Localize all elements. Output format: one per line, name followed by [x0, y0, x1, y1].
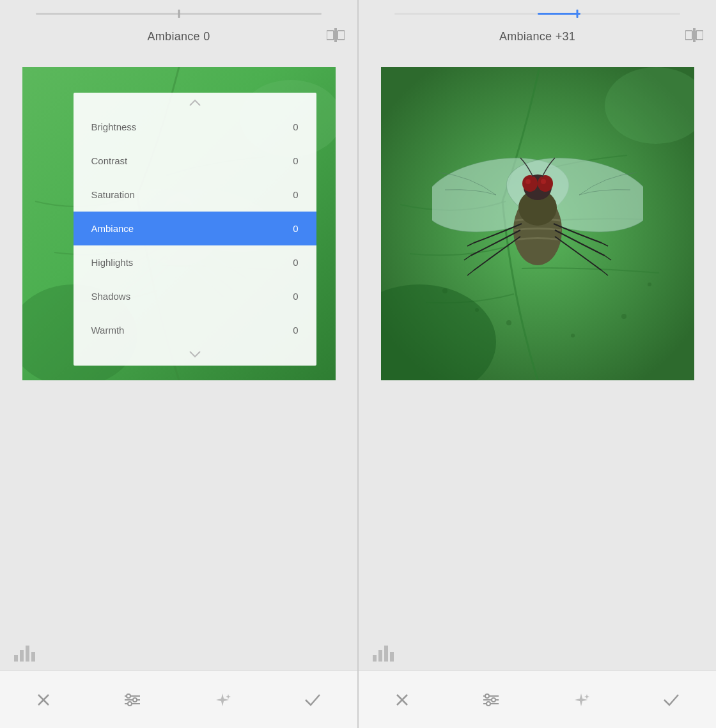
highlights-value: 0	[293, 257, 298, 268]
fly-image	[432, 118, 643, 329]
compare-icon-right[interactable]	[685, 28, 703, 46]
svg-rect-51	[373, 655, 377, 662]
svg-point-26	[127, 694, 130, 698]
confirm-button-right[interactable]	[662, 692, 680, 708]
svg-point-48	[538, 175, 553, 192]
ambiance-label: Ambiance	[91, 223, 134, 234]
svg-rect-29	[685, 31, 692, 40]
brightness-label: Brightness	[91, 121, 137, 132]
highlights-label: Highlights	[91, 257, 134, 268]
compare-icon-left[interactable]	[327, 28, 345, 46]
svg-point-39	[648, 283, 651, 286]
sliders-button-right[interactable]	[482, 692, 500, 708]
highlights-row[interactable]: Highlights 0	[74, 245, 316, 279]
contrast-label: Contrast	[91, 155, 128, 166]
right-panel: Ambiance +31	[359, 0, 716, 728]
svg-rect-18	[20, 650, 24, 662]
settings-overlay: Brightness 0 Contrast 0 Saturation 0 Amb…	[74, 93, 316, 366]
auto-button-right[interactable]	[572, 691, 590, 709]
brightness-row[interactable]: Brightness 0	[74, 110, 316, 144]
cancel-button-left[interactable]	[36, 692, 51, 708]
brightness-value: 0	[293, 121, 298, 132]
svg-rect-54	[390, 652, 394, 662]
svg-rect-20	[31, 652, 35, 662]
chevron-up[interactable]	[74, 93, 316, 110]
svg-point-37	[571, 334, 575, 337]
cancel-button-right[interactable]	[394, 692, 410, 708]
left-image-container: Brightness 0 Contrast 0 Saturation 0 Amb…	[22, 67, 336, 380]
top-slider-left[interactable]	[0, 0, 357, 19]
svg-rect-53	[384, 646, 388, 662]
histogram-icon-left	[13, 642, 38, 662]
svg-point-62	[486, 702, 490, 706]
right-image	[381, 67, 694, 380]
contrast-row[interactable]: Contrast 0	[74, 144, 316, 178]
saturation-value: 0	[293, 189, 298, 200]
sliders-button-left[interactable]	[123, 692, 141, 708]
svg-point-50	[541, 179, 546, 184]
warmth-row[interactable]: Warmth 0	[74, 313, 316, 347]
svg-point-47	[522, 175, 538, 192]
histogram-area-right	[371, 642, 397, 664]
chevron-down[interactable]	[74, 347, 316, 366]
right-image-container	[381, 67, 694, 380]
right-panel-title: Ambiance +31	[499, 30, 575, 43]
top-slider-right[interactable]	[359, 0, 716, 19]
right-panel-header: Ambiance +31	[359, 19, 716, 54]
confirm-button-left[interactable]	[304, 692, 322, 708]
svg-point-61	[492, 698, 495, 702]
svg-rect-30	[696, 31, 703, 40]
warmth-value: 0	[293, 325, 298, 336]
svg-point-28	[128, 702, 132, 706]
shadows-value: 0	[293, 291, 298, 302]
svg-rect-52	[378, 650, 382, 662]
svg-rect-1	[338, 31, 345, 40]
auto-button-left[interactable]	[214, 691, 231, 709]
svg-rect-17	[14, 655, 18, 662]
contrast-value: 0	[293, 155, 298, 166]
left-panel-title: Ambiance 0	[147, 30, 210, 43]
saturation-row[interactable]: Saturation 0	[74, 178, 316, 212]
ambiance-row[interactable]: Ambiance 0	[74, 212, 316, 245]
right-toolbar	[359, 670, 716, 728]
left-panel-header: Ambiance 0	[0, 19, 357, 54]
histogram-area-left	[13, 642, 38, 664]
svg-rect-0	[327, 31, 334, 40]
shadows-label: Shadows	[91, 291, 131, 302]
svg-point-49	[525, 179, 531, 184]
shadows-row[interactable]: Shadows 0	[74, 279, 316, 313]
left-panel: Ambiance 0	[0, 0, 358, 728]
saturation-label: Saturation	[91, 189, 135, 200]
svg-point-27	[133, 698, 137, 702]
svg-point-60	[485, 694, 489, 698]
histogram-icon-right	[371, 642, 397, 662]
ambiance-value: 0	[293, 223, 298, 234]
warmth-label: Warmth	[91, 325, 125, 336]
svg-rect-19	[26, 646, 29, 662]
left-toolbar	[0, 670, 357, 728]
